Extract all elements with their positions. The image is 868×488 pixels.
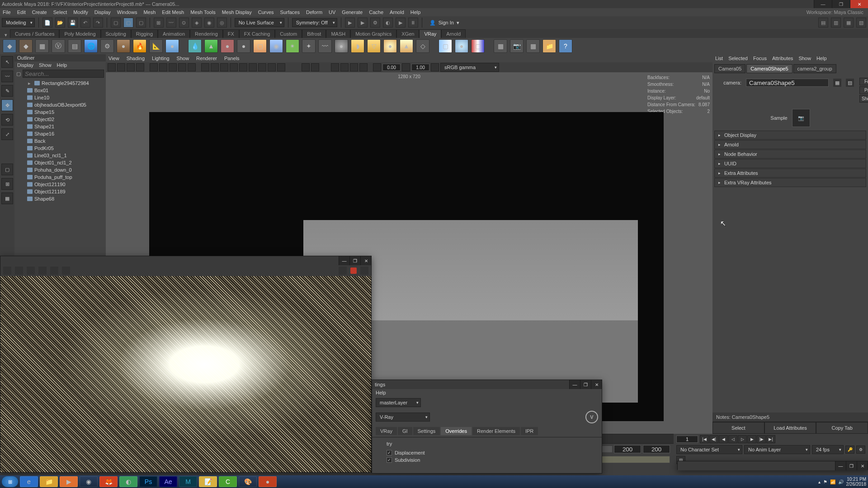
outliner-item[interactable]: Object121189 bbox=[14, 188, 106, 195]
outliner-item[interactable]: PodKr05 bbox=[14, 145, 106, 152]
attr-menu-focus[interactable]: Focus bbox=[753, 56, 767, 61]
menu-file[interactable]: File bbox=[3, 9, 11, 15]
shelf-map-btn-3[interactable]: ▢ bbox=[471, 39, 485, 53]
menu-mesh[interactable]: Mesh bbox=[143, 9, 156, 15]
shelf-tab-poly[interactable]: Poly Modeling bbox=[59, 29, 100, 38]
shelf-light-btn-7[interactable]: ✴ bbox=[286, 39, 299, 53]
attr-section[interactable]: Node Behavior bbox=[714, 150, 866, 159]
shelf-vray-btn-11[interactable]: ● bbox=[165, 39, 179, 53]
vfb-titlebar[interactable]: — ❐ ✕ bbox=[0, 256, 371, 265]
outliner-menu-help[interactable]: Help bbox=[57, 62, 67, 68]
menu-mesh-display[interactable]: Mesh Display bbox=[222, 9, 252, 15]
shelf-map-btn-2[interactable]: ● bbox=[455, 39, 468, 53]
shelf-util-btn-4[interactable]: 📁 bbox=[542, 39, 556, 53]
symmetry-dropdown[interactable]: Symmetry: Off bbox=[292, 18, 337, 27]
vfb-maximize-button[interactable]: ❐ bbox=[349, 256, 360, 265]
outliner-item[interactable]: Back bbox=[14, 137, 106, 145]
near-clip-input[interactable] bbox=[382, 64, 401, 71]
minimize-button[interactable]: — bbox=[814, 0, 832, 8]
shelf-help-icon[interactable]: ? bbox=[559, 39, 572, 53]
start-button[interactable]: ⊞ bbox=[2, 476, 18, 487]
far-clip-input[interactable] bbox=[411, 64, 429, 71]
shelf-tab-motiongraphics[interactable]: Motion Graphics bbox=[350, 29, 396, 38]
shelf-vray-btn-9[interactable]: 🔥 bbox=[133, 39, 146, 53]
snap-curve-icon[interactable]: 〰 bbox=[166, 18, 176, 28]
load-attributes-button[interactable]: Load Attributes bbox=[764, 422, 816, 434]
new-scene-icon[interactable]: 📄 bbox=[42, 18, 52, 28]
pause-icon[interactable]: ⏸ bbox=[408, 18, 418, 28]
outliner-item[interactable]: Box01 bbox=[14, 87, 106, 94]
menu-set-dropdown[interactable]: Modeling bbox=[2, 18, 35, 27]
menu-generate[interactable]: Generate bbox=[342, 9, 363, 15]
playblast-icon[interactable]: ▶ bbox=[396, 18, 406, 28]
vp-tool-icon[interactable] bbox=[127, 63, 135, 71]
shelf-tab-bifrost[interactable]: Bifrost bbox=[302, 29, 326, 38]
menu-surfaces[interactable]: Surfaces bbox=[280, 9, 300, 15]
blank-titlebar[interactable]: — ❐ ✕ bbox=[678, 461, 868, 470]
attr-notes[interactable]: Notes: Camera0Shape5 bbox=[712, 413, 868, 422]
vp-tool-icon[interactable] bbox=[249, 63, 257, 71]
shelf-tab-curves[interactable]: Curves / Surfaces bbox=[10, 29, 59, 38]
vp-tool-icon[interactable] bbox=[359, 63, 368, 71]
hypershade-icon[interactable]: ◐ bbox=[383, 18, 393, 28]
outliner-item[interactable]: Line10 bbox=[14, 94, 106, 101]
attr-menu-attributes[interactable]: Attributes bbox=[772, 56, 793, 61]
rs-tab-render-elements[interactable]: Render Elements bbox=[472, 427, 520, 435]
redo-icon[interactable]: ↷ bbox=[93, 18, 103, 28]
blank-maximize-button[interactable]: ❐ bbox=[846, 461, 857, 470]
shelf-menu-icon[interactable]: ▾ bbox=[2, 32, 10, 38]
tray-volume-icon[interactable]: 🔊 bbox=[838, 479, 844, 484]
taskbar-ie[interactable]: e bbox=[20, 476, 38, 487]
shelf-tab-animation[interactable]: Animation bbox=[158, 29, 190, 38]
shelf-vray-btn-3[interactable]: ▦ bbox=[35, 39, 49, 53]
taskbar-app3[interactable]: 🎨 bbox=[239, 476, 257, 487]
shelf-util-btn-3[interactable]: ▦ bbox=[526, 39, 540, 53]
current-frame-input[interactable]: 1 bbox=[676, 436, 698, 443]
play-end-input[interactable] bbox=[614, 445, 641, 453]
vfb-minimize-button[interactable]: — bbox=[339, 256, 349, 265]
snap-view-icon[interactable]: ◎ bbox=[217, 18, 227, 28]
vp-tool-icon[interactable] bbox=[268, 63, 276, 71]
rs-tab-overrides[interactable]: Overrides bbox=[441, 427, 472, 435]
rs-titlebar[interactable]: tings — ❐ ✕ bbox=[372, 380, 602, 389]
vfb-correction-icon[interactable] bbox=[339, 267, 347, 275]
taskbar-chrome[interactable]: ◉ bbox=[80, 476, 98, 487]
sample-swatch[interactable]: 📷 bbox=[792, 109, 810, 127]
vfb-save-icon[interactable] bbox=[15, 267, 23, 275]
shelf-light-rect[interactable]: ▽ bbox=[367, 39, 381, 53]
taskbar-notes[interactable]: 📝 bbox=[199, 476, 217, 487]
vp-tool-icon[interactable] bbox=[230, 63, 238, 71]
menu-modify[interactable]: Modify bbox=[73, 9, 88, 15]
shelf-light-sphere[interactable]: ● bbox=[383, 39, 397, 53]
undo-icon[interactable]: ↶ bbox=[80, 18, 90, 28]
attr-section[interactable]: Extra Attributes bbox=[714, 169, 866, 178]
shelf-util-btn-1[interactable]: ▦ bbox=[494, 39, 507, 53]
node-graph-icon[interactable]: ▦ bbox=[833, 79, 841, 87]
select-tool-icon[interactable]: ↖ bbox=[1, 56, 13, 68]
shelf-tab-fx[interactable]: FX bbox=[223, 29, 239, 38]
layout-four-icon[interactable]: ⊞ bbox=[1, 178, 13, 190]
menu-help[interactable]: Help bbox=[410, 9, 421, 15]
show-button[interactable]: Show bbox=[859, 95, 868, 103]
attr-menu-help[interactable]: Help bbox=[816, 56, 827, 61]
vfb-grid-icon[interactable] bbox=[62, 267, 70, 275]
sign-in-button[interactable]: 👤 Sign In ▾ bbox=[426, 20, 463, 26]
rotate-tool-icon[interactable]: ⟲ bbox=[1, 114, 13, 126]
taskbar-photoshop[interactable]: Ps bbox=[139, 476, 157, 487]
prefs-icon[interactable]: ⚙ bbox=[856, 446, 865, 454]
shelf-light-mesh[interactable]: ◇ bbox=[416, 39, 429, 53]
outliner-item[interactable]: Object02 bbox=[14, 116, 106, 123]
shelf-tab-xgen[interactable]: XGen bbox=[396, 29, 419, 38]
menu-arnold[interactable]: Arnold bbox=[390, 9, 404, 15]
filter-icon[interactable]: ▢ bbox=[16, 71, 21, 77]
vp-tool-icon[interactable] bbox=[220, 63, 228, 71]
vp-tool-icon[interactable] bbox=[169, 63, 177, 71]
outliner-menu-display[interactable]: Display bbox=[17, 62, 33, 68]
expand-icon[interactable]: ▸ bbox=[27, 80, 32, 86]
outliner-item[interactable]: Object01_ncl1_2 bbox=[14, 159, 106, 166]
outliner-item[interactable]: Shape16 bbox=[14, 130, 106, 137]
taskbar-app1[interactable]: ◐ bbox=[119, 476, 137, 487]
gamma-icon[interactable] bbox=[402, 63, 410, 71]
camera-name-input[interactable] bbox=[746, 79, 829, 87]
shelf-vray-btn-5[interactable]: ▤ bbox=[68, 39, 81, 53]
